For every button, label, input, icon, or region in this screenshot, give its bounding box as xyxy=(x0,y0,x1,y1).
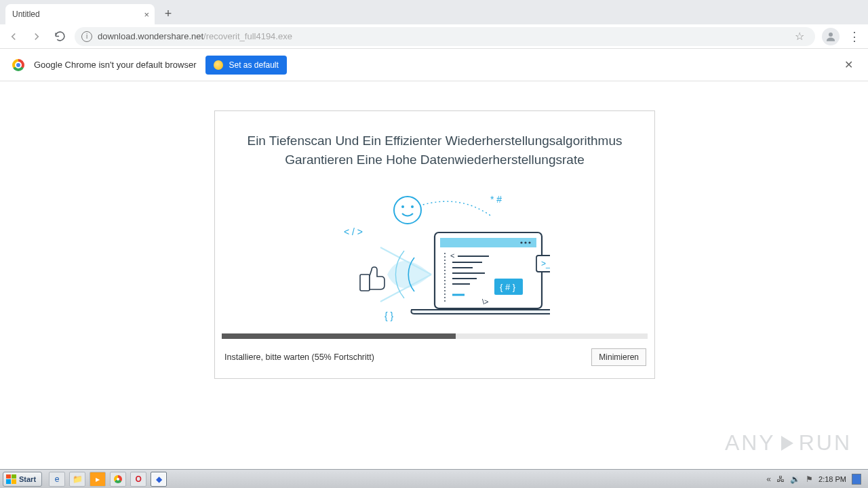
tray-expand-icon[interactable]: « xyxy=(766,474,771,484)
installer-illustration: < / > * # { } < \> xyxy=(215,180,654,322)
decor-codetag: < / > xyxy=(344,226,363,237)
tab-title: Untitled xyxy=(12,9,40,19)
tray-network-icon[interactable]: 🖧 xyxy=(776,474,785,484)
address-bar[interactable]: i download.wondershare.net/recoverit_ful… xyxy=(75,27,815,46)
svg-point-7 xyxy=(528,241,530,243)
new-tab-button[interactable]: + xyxy=(159,4,178,23)
infobar-message: Google Chrome isn't your default browser xyxy=(34,60,196,70)
shield-icon xyxy=(214,60,223,70)
taskbar-ie-icon[interactable]: e xyxy=(49,472,65,487)
svg-text:<: < xyxy=(450,251,454,260)
taskbar-media-icon[interactable]: ▸ xyxy=(90,472,106,487)
tray-flag-icon[interactable]: ⚑ xyxy=(806,474,813,484)
taskbar-installer-icon[interactable]: ◆ xyxy=(151,472,167,487)
tab-strip: Untitled × + xyxy=(0,0,868,24)
system-tray: « 🖧 🔉 ⚑ 2:18 PM xyxy=(766,474,865,485)
windows-flag-icon xyxy=(6,474,16,484)
start-label: Start xyxy=(19,475,36,483)
bookmark-star-icon[interactable]: ☆ xyxy=(795,30,804,43)
kebab-menu-icon[interactable]: ⋮ xyxy=(846,29,863,44)
taskbar-explorer-icon[interactable]: 📁 xyxy=(69,472,85,487)
set-as-default-label: Set as default xyxy=(229,60,278,70)
install-status-text: Installiere, bitte warten (55% Fortschri… xyxy=(224,352,374,362)
url-text: download.wondershare.net/recoverit_full4… xyxy=(98,31,292,41)
svg-point-8 xyxy=(524,241,526,243)
close-tab-icon[interactable]: × xyxy=(144,9,149,20)
browser-tab[interactable]: Untitled × xyxy=(5,4,155,24)
profile-avatar-icon[interactable] xyxy=(822,28,840,45)
set-as-default-button[interactable]: Set as default xyxy=(205,56,286,75)
chrome-logo-icon xyxy=(12,59,24,71)
toolbar: i download.wondershare.net/recoverit_ful… xyxy=(0,24,868,49)
taskbar-pinned: e 📁 ▸ O ◆ xyxy=(49,472,167,487)
decor-braces: { } xyxy=(384,310,394,321)
install-progress-fill xyxy=(222,333,456,339)
svg-point-2 xyxy=(401,205,404,208)
forward-button[interactable] xyxy=(28,28,45,45)
installer-heading: Ein Tiefenscan Und Ein Effizienter Wiede… xyxy=(215,111,654,176)
reload-button[interactable] xyxy=(52,28,68,45)
svg-point-1 xyxy=(394,197,421,224)
installer-window: Ein Tiefenscan Und Ein Effizienter Wiede… xyxy=(214,110,655,379)
svg-point-9 xyxy=(520,241,522,243)
svg-rect-4 xyxy=(360,274,370,291)
close-infobar-icon[interactable]: ✕ xyxy=(842,56,856,74)
svg-point-0 xyxy=(829,33,833,37)
site-info-icon[interactable]: i xyxy=(81,31,92,42)
tray-clock[interactable]: 2:18 PM xyxy=(818,475,846,483)
taskbar: Start e 📁 ▸ O ◆ « 🖧 🔉 ⚑ 2:18 PM xyxy=(0,469,868,488)
svg-text:\>: \> xyxy=(482,298,488,306)
decor-starhash: * # xyxy=(490,194,502,205)
install-progress-bar xyxy=(222,333,648,339)
taskbar-chrome-icon[interactable] xyxy=(110,472,126,487)
play-triangle-icon xyxy=(781,436,793,451)
watermark: ANY RUN xyxy=(725,430,852,455)
svg-point-3 xyxy=(411,205,414,208)
back-button[interactable] xyxy=(5,28,22,45)
svg-text:>_: >_ xyxy=(541,259,550,268)
tray-volume-icon[interactable]: 🔉 xyxy=(790,474,800,484)
tray-show-desktop[interactable] xyxy=(852,474,861,485)
svg-text:{ # }: { # } xyxy=(500,282,516,292)
minimize-installer-button[interactable]: Minimieren xyxy=(591,348,646,366)
start-button[interactable]: Start xyxy=(3,472,42,487)
default-browser-infobar: Google Chrome isn't your default browser… xyxy=(0,49,868,81)
taskbar-opera-icon[interactable]: O xyxy=(130,472,146,487)
